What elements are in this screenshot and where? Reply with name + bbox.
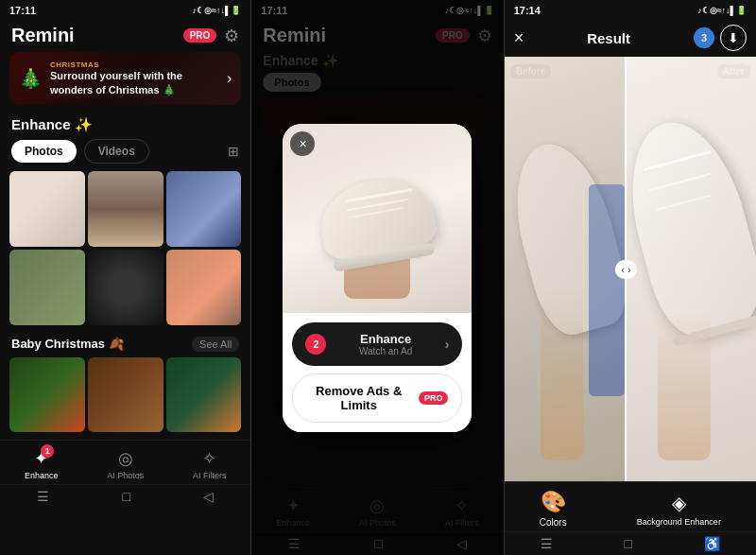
status-time-3: 17:14 xyxy=(514,5,541,16)
chevron-right-icon-1: › xyxy=(227,70,232,87)
remove-ads-button[interactable]: Remove Ads & Limits PRO xyxy=(292,373,462,423)
christmas-icon-1: 🎄 xyxy=(19,67,43,90)
panel-modal: 17:11 ♪☾◎≈↑↓▌🔋 Remini PRO ⚙ Enhance ✨ Ph… xyxy=(251,0,503,555)
see-all-button[interactable]: See All xyxy=(192,337,239,352)
result-count-badge: 3 xyxy=(694,27,714,48)
christmas-title-1: Surround yourself with the wonders of Ch… xyxy=(50,69,219,96)
tab-photos[interactable]: Photos xyxy=(11,140,77,163)
nav-aifilters-label-1: AI Filters xyxy=(193,471,227,480)
photo-thumb-clothes[interactable] xyxy=(166,171,242,247)
result-header: × Result 3 ⬇ xyxy=(505,21,756,57)
status-bar-3: 17:14 ♪☾◎≈↑↓▌🔋 xyxy=(505,0,756,21)
baby-grid xyxy=(0,357,250,433)
enhance-watch-ad-button[interactable]: 2 Enhance Watch an Ad › xyxy=(292,322,462,366)
before-panel: Before xyxy=(505,57,626,481)
baby-thumb-1[interactable] xyxy=(9,357,85,433)
watch-ad-label: Watch an Ad xyxy=(334,346,437,356)
home-sys-btn-3[interactable]: □ xyxy=(625,536,632,551)
grid-icon[interactable]: ⊞ xyxy=(228,144,239,159)
nav-aiphotos-1[interactable]: ◎ AI Photos xyxy=(107,448,144,480)
result-actions-area: 3 ⬇ xyxy=(694,25,747,51)
close-icon: × xyxy=(299,136,306,151)
modal-actions-area: 2 Enhance Watch an Ad › Remove Ads & Lim… xyxy=(283,313,472,432)
christmas-text-1: CHRISTMAS Surround yourself with the won… xyxy=(50,61,219,96)
nav-aifilters-1[interactable]: ✧ AI Filters xyxy=(193,448,227,480)
aifilters-nav-icon-1: ✧ xyxy=(202,448,216,469)
app-header-1: Remini PRO ⚙ xyxy=(0,21,250,52)
gear-icon-1[interactable]: ⚙ xyxy=(224,26,239,46)
remove-pro-badge: PRO xyxy=(419,391,449,405)
action-text-area: Enhance Watch an Ad xyxy=(334,332,437,356)
menu-sys-btn-1[interactable]: ☰ xyxy=(37,489,49,504)
back-sys-btn-1[interactable]: ◁ xyxy=(203,489,214,504)
christmas-banner-1[interactable]: 🎄 CHRISTMAS Surround yourself with the w… xyxy=(9,52,241,105)
modal-overlay: × xyxy=(251,0,503,555)
panel-result: 17:14 ♪☾◎≈↑↓▌🔋 × Result 3 ⬇ Before xyxy=(505,0,756,555)
photo-grid xyxy=(0,171,250,325)
baby-title: Baby Christmas 🍂 xyxy=(11,337,124,351)
background-enhancer-tool[interactable]: ◈ Background Enhancer xyxy=(637,492,721,527)
photo-thumb-selfie[interactable] xyxy=(166,250,242,325)
tab-videos[interactable]: Videos xyxy=(84,139,149,164)
enhance-section-header: Enhance ✨ xyxy=(0,113,250,139)
enhance-action-label: Enhance xyxy=(334,332,437,346)
after-panel: After xyxy=(626,57,756,481)
home-sys-btn-1[interactable]: □ xyxy=(122,489,129,504)
colors-tool[interactable]: 🎨 Colors xyxy=(540,490,567,528)
photo-thumb-shoe[interactable] xyxy=(9,171,85,247)
accessibility-sys-btn-3[interactable]: ♿ xyxy=(704,536,720,551)
photo-thumb-kitchen[interactable] xyxy=(88,171,163,247)
action-number: 2 xyxy=(305,334,326,355)
status-icons-3: ♪☾◎≈↑↓▌🔋 xyxy=(697,6,747,15)
nav-enhance-1[interactable]: ✦ 1 Enhance xyxy=(25,448,59,480)
christmas-tag-1: CHRISTMAS xyxy=(50,61,219,69)
status-icons-1: ♪☾◎≈↑↓▌🔋 xyxy=(193,6,242,15)
photo-thumb-can[interactable] xyxy=(88,250,163,325)
comparison-divider: ‹ › xyxy=(625,57,627,481)
enhance-modal-card: × xyxy=(283,124,472,432)
header-right-1: PRO ⚙ xyxy=(183,26,240,46)
baby-thumb-3[interactable] xyxy=(166,357,242,433)
nav-badge-1: 1 xyxy=(41,444,54,458)
signal-icon: ♪☾◎≈↑↓▌🔋 xyxy=(193,6,242,15)
status-time-1: 17:11 xyxy=(9,5,36,16)
download-button[interactable]: ⬇ xyxy=(720,25,747,51)
action-arrow-icon: › xyxy=(445,337,450,352)
enhance-title: Enhance ✨ xyxy=(11,116,93,133)
remove-ads-label: Remove Ads & Limits xyxy=(306,384,410,412)
system-bar-3: ☰ □ ♿ xyxy=(505,531,756,555)
photo-thumb-room[interactable] xyxy=(9,250,85,325)
app-title-1: Remini xyxy=(11,25,75,46)
modal-close-button[interactable]: × xyxy=(290,131,315,156)
bottom-nav-1: ✦ 1 Enhance ◎ AI Photos ✧ AI Filters xyxy=(0,440,250,484)
bg-enhancer-icon: ◈ xyxy=(672,492,686,514)
modal-image-area: × xyxy=(283,124,472,313)
download-icon: ⬇ xyxy=(728,30,739,45)
bg-enhancer-label: Background Enhancer xyxy=(637,517,721,527)
close-result-button[interactable]: × xyxy=(514,28,524,48)
baby-thumb-2[interactable] xyxy=(88,357,163,433)
divider-handle[interactable]: ‹ › xyxy=(615,260,636,279)
signal-icon-3: ♪☾◎≈↑↓▌🔋 xyxy=(697,6,747,15)
menu-sys-btn-3[interactable]: ☰ xyxy=(541,536,553,551)
nav-aiphotos-label-1: AI Photos xyxy=(107,471,144,480)
panel-main: 17:11 ♪☾◎≈↑↓▌🔋 Remini PRO ⚙ 🎄 CHRISTMAS … xyxy=(0,0,250,555)
tab-row: Photos Videos ⊞ xyxy=(0,139,250,171)
pro-badge-1[interactable]: PRO xyxy=(183,28,217,43)
system-bar-1: ☰ □ ◁ xyxy=(0,484,250,508)
colors-label: Colors xyxy=(540,517,567,528)
nav-enhance-label-1: Enhance xyxy=(25,471,59,480)
result-title: Result xyxy=(587,30,630,46)
status-bar-1: 17:11 ♪☾◎≈↑↓▌🔋 xyxy=(0,0,250,21)
aiphotos-nav-icon-1: ◎ xyxy=(118,448,133,469)
comparison-area: Before After xyxy=(505,57,756,481)
result-bottom-toolbar: 🎨 Colors ◈ Background Enhancer xyxy=(505,481,756,531)
baby-section-header: Baby Christmas 🍂 See All xyxy=(0,333,250,357)
colors-icon: 🎨 xyxy=(541,490,566,514)
